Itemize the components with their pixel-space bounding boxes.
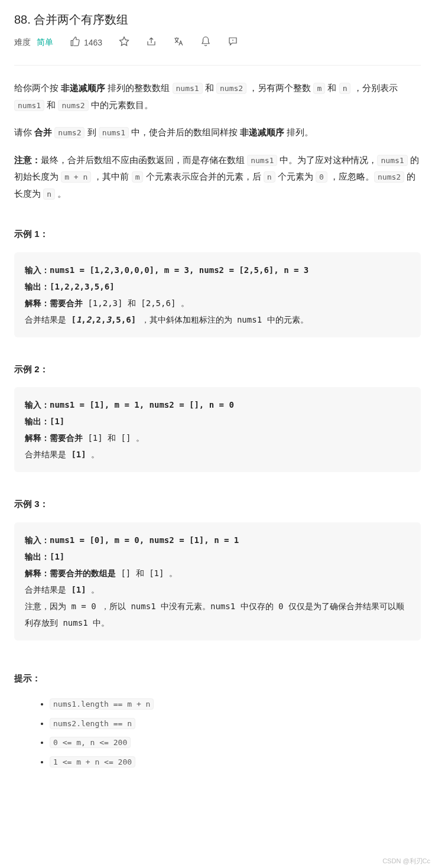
translate-button[interactable]	[173, 36, 184, 48]
code-inline: m + n	[61, 171, 91, 183]
example-block-2: 输入：nums1 = [1], m = 1, nums2 = [], n = 0…	[14, 387, 421, 472]
code-inline: nums2	[374, 171, 404, 183]
code-inline: nums1	[173, 83, 203, 94]
like-button[interactable]: 1463	[70, 36, 102, 48]
code-inline: n	[339, 83, 351, 94]
hints-heading: 提示：	[14, 670, 421, 687]
difficulty: 难度 简单	[14, 37, 53, 48]
share-button[interactable]	[146, 36, 157, 48]
list-item: 0 <= m, n <= 200	[50, 734, 421, 750]
list-item: 1 <= m + n <= 200	[50, 754, 421, 770]
code-inline: 1 <= m + n <= 200	[50, 756, 135, 768]
like-count: 1463	[84, 38, 102, 47]
problem-description: 给你两个按 非递减顺序 排列的整数数组 nums1 和 nums2 ，另有两个整…	[14, 80, 421, 770]
bell-icon	[200, 36, 211, 48]
share-icon	[146, 36, 157, 48]
hints-section: 提示： nums1.length == m + n nums2.length =…	[14, 670, 421, 770]
divider	[14, 65, 421, 66]
notify-button[interactable]	[200, 36, 211, 48]
code-inline: nums1.length == m + n	[50, 698, 154, 710]
code-inline: m	[313, 83, 325, 94]
feedback-button[interactable]	[228, 36, 238, 48]
example-block-1: 输入：nums1 = [1,2,3,0,0,0], m = 3, nums2 =…	[14, 252, 421, 337]
difficulty-label: 难度	[14, 37, 31, 48]
desc-p2: 请你 合并 nums2 到 nums1 中，使合并后的数组同样按 非递减顺序 排…	[14, 124, 421, 141]
difficulty-value: 简单	[37, 37, 53, 48]
comment-icon	[228, 36, 238, 48]
code-inline: nums1	[14, 100, 44, 111]
example-heading-1: 示例 1：	[14, 226, 421, 243]
code-inline: nums2	[54, 127, 85, 138]
constraints-list: nums1.length == m + n nums2.length == n …	[14, 696, 421, 770]
example-block-3: 输入：nums1 = [0], m = 0, nums2 = [1], n = …	[14, 522, 421, 641]
code-inline: nums1	[247, 155, 277, 166]
code-inline: nums2	[58, 100, 88, 111]
code-inline: nums2.length == n	[50, 718, 135, 729]
favorite-button[interactable]	[119, 36, 129, 48]
desc-p1: 给你两个按 非递减顺序 排列的整数数组 nums1 和 nums2 ，另有两个整…	[14, 80, 421, 113]
example-heading-3: 示例 3：	[14, 496, 421, 513]
star-icon	[119, 36, 129, 48]
code-inline: nums1	[377, 155, 407, 166]
code-inline: 0	[316, 171, 327, 183]
list-item: nums1.length == m + n	[50, 696, 421, 712]
translate-icon	[173, 36, 184, 48]
toolbar: 难度 简单 1463	[14, 36, 421, 48]
code-inline: 0 <= m, n <= 200	[50, 737, 131, 748]
code-inline: n	[264, 171, 275, 183]
code-inline: nums2	[216, 83, 246, 94]
example-heading-2: 示例 2：	[14, 361, 421, 378]
desc-p3: 注意：最终，合并后数组不应由函数返回，而是存储在数组 nums1 中。为了应对这…	[14, 152, 421, 203]
code-inline: n	[43, 188, 55, 200]
problem-title: 88. 合并两个有序数组	[14, 12, 421, 28]
code-inline: nums1	[99, 127, 129, 138]
code-inline: m	[132, 171, 144, 183]
list-item: nums2.length == n	[50, 716, 421, 732]
thumbs-up-icon	[70, 36, 80, 48]
